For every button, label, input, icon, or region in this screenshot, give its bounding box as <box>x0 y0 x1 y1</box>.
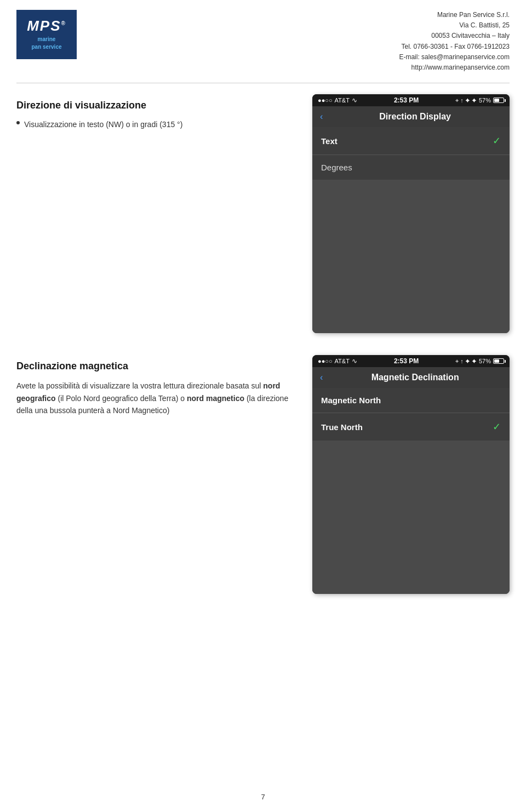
page-header: MPS® marine pan service Marine Pan Servi… <box>0 0 526 83</box>
signal-dots-1: ●●○○ <box>318 97 333 104</box>
list-item-true-north-check: ✓ <box>493 421 501 433</box>
status-icons-1: ⌖ ↑ ✦ ✦ 57% <box>455 97 504 104</box>
list-item-degrees-label: Degrees <box>321 163 352 172</box>
phone-gray-area-1 <box>312 180 510 333</box>
section1-text: Direzione di visualizzazione Visualizzaz… <box>16 94 296 333</box>
status-bar-2: ●●○○ AT&T ∿ 2:53 PM ⌖ ↑ ✦ ✦ 57% <box>312 355 510 367</box>
signal-dots-2: ●●○○ <box>318 358 333 364</box>
section2-text: Declinazione magnetica Avete la possibil… <box>16 355 296 594</box>
section-direction-display: Direzione di visualizzazione Visualizzaz… <box>16 94 510 333</box>
section1-title: Direzione di visualizzazione <box>16 100 296 111</box>
company-name: Marine Pan Service S.r.l. <box>399 10 510 20</box>
status-misc-icons-1: ⌖ ↑ ✦ ✦ <box>455 97 477 104</box>
logo-line2: pan service <box>31 43 61 51</box>
back-button-2[interactable]: ‹ <box>320 373 323 382</box>
page-number: 7 <box>261 793 265 801</box>
list-item-true-north-label: True North <box>321 422 363 432</box>
battery-fill-2 <box>494 359 499 363</box>
company-info: Marine Pan Service S.r.l. Via C. Battist… <box>399 10 510 73</box>
time-2: 2:53 PM <box>394 357 419 365</box>
company-email: E-mail: sales@marinepanservice.com <box>399 52 510 62</box>
time-1: 2:53 PM <box>394 96 419 104</box>
company-website: http://www.marinepanservice.com <box>399 62 510 73</box>
status-misc-icons-2: ⌖ ↑ ✦ ✦ <box>455 358 477 365</box>
bullet-dot <box>16 121 20 124</box>
carrier-1: AT&T <box>335 97 350 104</box>
back-button-1[interactable]: ‹ <box>320 112 323 122</box>
list-item-magnetic-north-label: Magnetic North <box>321 396 381 405</box>
company-address1: Via C. Battisti, 25 <box>399 20 510 31</box>
status-signal-2: ●●○○ AT&T ∿ <box>318 357 357 365</box>
list-item-degrees[interactable]: Degrees <box>312 155 510 180</box>
list-item-magnetic-north[interactable]: Magnetic North <box>312 388 510 413</box>
status-bar-1: ●●○○ AT&T ∿ 2:53 PM ⌖ ↑ ✦ ✦ 57% <box>312 94 510 106</box>
battery-icon-1 <box>493 98 504 103</box>
section2-phone: ●●○○ AT&T ∿ 2:53 PM ⌖ ↑ ✦ ✦ 57% <box>312 355 510 594</box>
list-item-text-label: Text <box>321 136 338 146</box>
nav-bar-1: ‹ Direction Display <box>312 106 510 127</box>
battery-tip-1 <box>505 99 506 102</box>
bold-nord-magnetico: nord magnetico <box>187 394 244 403</box>
phone-list-2: Magnetic North True North ✓ <box>312 388 510 441</box>
phone-mockup-2: ●●○○ AT&T ∿ 2:53 PM ⌖ ↑ ✦ ✦ 57% <box>312 355 510 594</box>
battery-percent-2: 57% <box>479 358 491 364</box>
section-magnetic-declination: Declinazione magnetica Avete la possibil… <box>16 355 510 594</box>
phone-mockup-1: ●●○○ AT&T ∿ 2:53 PM ⌖ ↑ ✦ ✦ 57% <box>312 94 510 333</box>
phone-list-1: Text ✓ Degrees <box>312 127 510 180</box>
logo-box: MPS® marine pan service <box>16 10 77 59</box>
page-footer: 7 <box>0 793 526 801</box>
company-address2: 00053 Civitavecchia – Italy <box>399 31 510 41</box>
section2-title: Declinazione magnetica <box>16 361 296 372</box>
nav-bar-2: ‹ Magnetic Declination <box>312 367 510 388</box>
section1-phone: ●●○○ AT&T ∿ 2:53 PM ⌖ ↑ ✦ ✦ 57% <box>312 94 510 333</box>
logo-registered: ® <box>61 20 66 26</box>
list-item-text[interactable]: Text ✓ <box>312 127 510 155</box>
phone-gray-area-2 <box>312 441 510 594</box>
company-tel: Tel. 0766-30361 - Fax 0766-1912023 <box>399 42 510 52</box>
status-icons-2: ⌖ ↑ ✦ ✦ 57% <box>455 358 504 365</box>
battery-icon-2 <box>493 358 504 364</box>
main-content: Direzione di visualizzazione Visualizzaz… <box>0 83 526 638</box>
battery-tip-2 <box>505 360 506 363</box>
wifi-icon-1: ∿ <box>352 96 357 104</box>
battery-percent-1: 57% <box>479 97 491 104</box>
list-item-text-check: ✓ <box>493 135 501 147</box>
logo-mps: MPS <box>27 18 61 34</box>
logo-line1: marine <box>31 36 61 43</box>
section1-bullet: Visualizzazione in testo (NW) o in gradi… <box>16 119 296 130</box>
section1-bullet-text: Visualizzazione in testo (NW) o in gradi… <box>24 119 182 130</box>
nav-title-2: Magnetic Declination <box>328 373 502 382</box>
section2-body: Avete la possibilità di visualizzare la … <box>16 380 296 416</box>
carrier-2: AT&T <box>335 358 350 364</box>
battery-fill-1 <box>494 99 499 102</box>
wifi-icon-2: ∿ <box>352 357 357 365</box>
logo-area: MPS® marine pan service <box>16 10 77 59</box>
status-signal-1: ●●○○ AT&T ∿ <box>318 96 357 104</box>
list-item-true-north[interactable]: True North ✓ <box>312 413 510 441</box>
nav-title-1: Direction Display <box>328 112 502 122</box>
